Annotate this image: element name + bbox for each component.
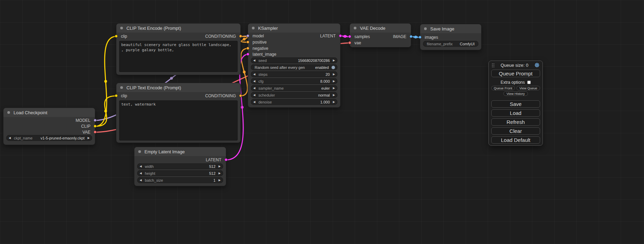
- increment-arrow-icon[interactable]: ▶: [331, 99, 335, 105]
- input-slot-negative[interactable]: [246, 47, 249, 50]
- output-label-image: IMAGE: [393, 34, 406, 40]
- settings-gear-icon[interactable]: [534, 62, 540, 68]
- scheduler-widget[interactable]: ◀ scheduler normal ▶: [251, 92, 337, 98]
- decrement-arrow-icon[interactable]: ◀: [253, 99, 257, 105]
- width-widget[interactable]: ◀ width 512 ▶: [137, 163, 223, 169]
- input-slot-positive[interactable]: [246, 40, 249, 44]
- output-slot-vae[interactable]: [94, 130, 97, 134]
- queue-front-button[interactable]: Queue Front: [491, 86, 515, 90]
- node-title-bar[interactable]: Load Checkpoint: [3, 108, 95, 117]
- batch-size-widget[interactable]: ◀ batch_size 1 ▶: [137, 177, 223, 183]
- output-slot-image[interactable]: [409, 35, 413, 38]
- save-button[interactable]: Save: [491, 100, 540, 108]
- input-slot-images[interactable]: [418, 36, 422, 39]
- increment-arrow-icon[interactable]: ▶: [331, 85, 335, 91]
- collapse-dot-icon[interactable]: [120, 86, 123, 89]
- increment-arrow-icon[interactable]: ▶: [217, 177, 221, 183]
- cfg-widget[interactable]: ◀ cfg 8.000 ▶: [251, 78, 337, 84]
- clear-button[interactable]: Clear: [491, 127, 540, 135]
- decrement-arrow-icon[interactable]: ◀: [253, 78, 257, 84]
- node-title-bar[interactable]: CLIP Text Encode (Prompt): [116, 24, 240, 33]
- output-slot-latent[interactable]: [224, 158, 228, 161]
- decrement-arrow-icon[interactable]: ◀: [140, 163, 143, 169]
- input-slot-samples[interactable]: [348, 35, 351, 38]
- input-slot-vae[interactable]: [348, 41, 351, 44]
- decrement-arrow-icon[interactable]: ◀: [253, 71, 257, 77]
- node-title-bar[interactable]: Save Image: [420, 24, 481, 33]
- queue-prompt-button[interactable]: Queue Prompt: [491, 70, 540, 77]
- output-slot-conditioning[interactable]: [239, 94, 242, 97]
- node-ksampler[interactable]: KSampler model positive negative latent_…: [248, 24, 340, 107]
- decrement-arrow-icon[interactable]: ◀: [253, 85, 257, 91]
- wire-midpoint-dot: [104, 110, 107, 112]
- widget-value: 1.000: [320, 100, 331, 104]
- node-title-bar[interactable]: VAE Decode: [350, 24, 411, 33]
- input-slot-model[interactable]: [246, 34, 249, 37]
- wire-midpoint-dot: [104, 80, 107, 83]
- height-widget[interactable]: ◀ height 512 ▶: [137, 170, 223, 176]
- widget-label: filename_prefix: [427, 42, 453, 46]
- widget-value: 8.000: [320, 79, 331, 83]
- node-empty-latent-image[interactable]: Empty Latent Image LATENT ◀ width 512 ▶ …: [134, 147, 226, 186]
- prompt-textarea[interactable]: text, watermark: [119, 100, 238, 141]
- wire-midpoint-dot: [344, 35, 346, 38]
- random-seed-widget[interactable]: Random seed after every gen enabled: [251, 64, 337, 70]
- wire-clip-positive: [95, 36, 116, 126]
- load-default-button[interactable]: Load Default: [491, 136, 540, 144]
- output-slot-clip[interactable]: [94, 125, 97, 128]
- collapse-dot-icon[interactable]: [7, 111, 10, 114]
- decrement-arrow-icon[interactable]: ◀: [253, 57, 257, 63]
- increment-arrow-icon[interactable]: ▶: [217, 163, 221, 169]
- decrement-arrow-icon[interactable]: ◀: [140, 170, 143, 176]
- increment-arrow-icon[interactable]: ▶: [86, 135, 90, 141]
- wire-midpoint-dot: [243, 38, 246, 40]
- view-queue-button[interactable]: View Queue: [517, 86, 540, 90]
- widget-label: sampler_name: [258, 86, 284, 90]
- output-slot-conditioning[interactable]: [239, 35, 242, 38]
- node-save-image[interactable]: Save Image images filename_prefix ComfyU…: [420, 24, 481, 50]
- collapse-dot-icon[interactable]: [138, 150, 141, 153]
- toggle-knob-icon[interactable]: [332, 66, 335, 69]
- increment-arrow-icon[interactable]: ▶: [331, 71, 335, 77]
- load-button[interactable]: Load: [491, 109, 540, 117]
- decrement-arrow-icon[interactable]: ◀: [140, 177, 143, 183]
- seed-widget[interactable]: ◀ seed 156680208700286 ▶: [251, 57, 337, 63]
- input-slot-latent-image[interactable]: [246, 53, 249, 56]
- denoise-widget[interactable]: ◀ denoise 1.000 ▶: [251, 99, 337, 105]
- node-vae-decode[interactable]: VAE Decode samples vae IMAGE: [350, 24, 411, 47]
- output-label-latent: LATENT: [206, 157, 221, 163]
- input-slot-clip[interactable]: [115, 35, 118, 38]
- extra-options-checkbox[interactable]: [527, 81, 531, 84]
- drag-handle-icon[interactable]: [492, 63, 495, 67]
- decrement-arrow-icon[interactable]: ◀: [9, 135, 12, 141]
- decrement-arrow-icon[interactable]: ◀: [253, 92, 257, 98]
- steps-widget[interactable]: ◀ steps 20 ▶: [251, 71, 337, 77]
- increment-arrow-icon[interactable]: ▶: [331, 57, 335, 63]
- node-title-bar[interactable]: Empty Latent Image: [134, 147, 226, 156]
- increment-arrow-icon[interactable]: ▶: [331, 78, 335, 84]
- node-title-bar[interactable]: CLIP Text Encode (Prompt): [116, 83, 240, 92]
- increment-arrow-icon[interactable]: ▶: [331, 92, 335, 98]
- increment-arrow-icon[interactable]: ▶: [217, 170, 221, 176]
- collapse-dot-icon[interactable]: [120, 26, 123, 30]
- sampler-name-widget[interactable]: ◀ sampler_name euler ▶: [251, 85, 337, 91]
- collapse-dot-icon[interactable]: [353, 26, 357, 30]
- output-slot-model[interactable]: [94, 119, 97, 122]
- node-load-checkpoint[interactable]: Load Checkpoint MODEL CLIP VAE ◀ ckpt_na…: [3, 108, 95, 145]
- widget-value: ComfyUI: [460, 42, 476, 46]
- view-history-button[interactable]: View History: [503, 91, 528, 96]
- wire-midpoint-dot: [414, 36, 417, 38]
- input-label-latent-image: latent_image: [253, 51, 276, 57]
- collapse-dot-icon[interactable]: [252, 26, 255, 30]
- node-clip-text-encode-positive[interactable]: CLIP Text Encode (Prompt) clip CONDITION…: [116, 24, 240, 75]
- input-slot-clip[interactable]: [115, 94, 118, 97]
- prompt-textarea[interactable]: beautiful scenery nature glass bottle la…: [119, 41, 238, 72]
- input-label-positive: positive: [253, 39, 267, 45]
- node-title-bar[interactable]: KSampler: [248, 24, 340, 33]
- filename-prefix-widget[interactable]: filename_prefix ComfyUI: [423, 41, 478, 47]
- refresh-button[interactable]: Refresh: [491, 118, 540, 126]
- collapse-dot-icon[interactable]: [424, 27, 427, 30]
- node-clip-text-encode-negative[interactable]: CLIP Text Encode (Prompt) clip CONDITION…: [116, 83, 240, 143]
- ckpt-name-widget[interactable]: ◀ ckpt_name v1-5-pruned-emaonly.ckpt ▶: [6, 135, 92, 141]
- output-slot-latent[interactable]: [339, 34, 342, 37]
